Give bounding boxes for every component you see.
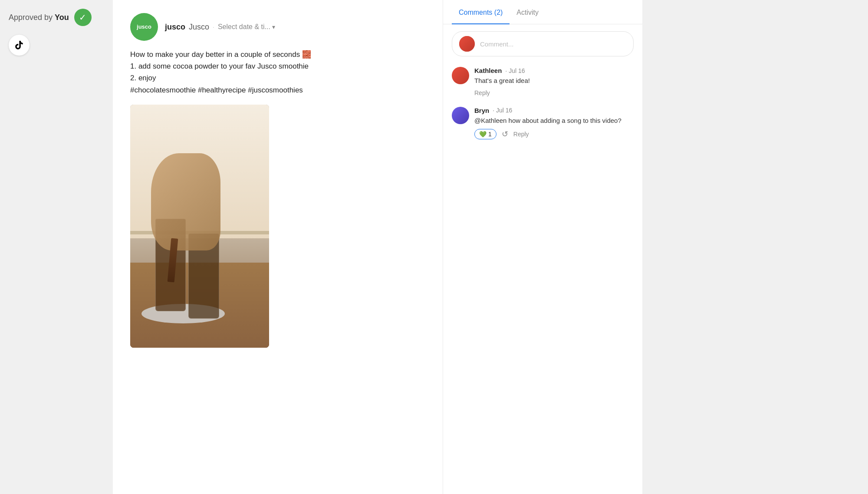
post-body-line3: 2. enjoy xyxy=(130,72,425,84)
comment-placeholder[interactable]: Comment... xyxy=(480,40,514,48)
comment-author-line-kathleen: Kathleen · Jul 16 xyxy=(474,67,634,74)
separator: · xyxy=(213,23,214,30)
current-user-avatar-img xyxy=(459,36,475,52)
sidebar: Approved by You ✓ xyxy=(0,0,113,494)
tab-comments[interactable]: Comments (2) xyxy=(452,0,510,24)
comment-date-bryn: · Jul 16 xyxy=(493,107,512,114)
post-date-selector[interactable]: Select date & ti... ▾ xyxy=(218,23,275,31)
date-selector-text: Select date & ti... xyxy=(218,23,270,31)
tiktok-svg xyxy=(14,40,24,50)
post-image xyxy=(130,105,269,348)
reply-button-bryn[interactable]: Reply xyxy=(513,131,529,138)
post-meta: jusco Jusco · Select date & ti... ▾ xyxy=(165,23,275,32)
like-icon-bryn: 💚 xyxy=(479,131,487,138)
chevron-down-icon: ▾ xyxy=(272,23,275,30)
post-header: jusco jusco Jusco · Select date & ti... … xyxy=(130,13,425,41)
approved-by-section: Approved by You ✓ xyxy=(9,9,92,26)
image-scene xyxy=(130,105,269,348)
comment-input-row[interactable]: Comment... xyxy=(452,31,634,56)
post-body-line2: 1. add some cocoa powder to your fav Jus… xyxy=(130,60,425,72)
tiktok-icon[interactable] xyxy=(9,35,30,56)
pouring-hand xyxy=(151,153,220,250)
approved-check-icon: ✓ xyxy=(74,9,92,26)
comment-thread-kathleen: Kathleen · Jul 16 That's a great idea! R… xyxy=(452,67,634,96)
comment-text-bryn: @Kathleen how about adding a song to thi… xyxy=(474,116,634,126)
comment-thread-bryn: Bryn · Jul 16 @Kathleen how about adding… xyxy=(452,107,634,140)
comment-actions-kathleen: Reply xyxy=(474,89,634,96)
comment-row-bryn: Bryn · Jul 16 @Kathleen how about adding… xyxy=(452,107,634,140)
like-count-bryn: 1 xyxy=(488,131,492,138)
approved-by-you: You xyxy=(55,13,69,22)
comment-row-kathleen: Kathleen · Jul 16 That's a great idea! R… xyxy=(452,67,634,96)
comment-content-bryn: Bryn · Jul 16 @Kathleen how about adding… xyxy=(474,107,634,140)
brand-avatar: jusco xyxy=(130,13,158,41)
emoji-react-bryn[interactable]: ↺ xyxy=(502,129,508,139)
main-post-area: jusco jusco Jusco · Select date & ti... … xyxy=(113,0,443,494)
post-body: How to make your day better in a couple … xyxy=(130,49,425,96)
like-badge-bryn[interactable]: 💚 1 xyxy=(474,129,496,139)
comment-author-line-bryn: Bryn · Jul 16 xyxy=(474,107,634,114)
comment-content-kathleen: Kathleen · Jul 16 That's a great idea! R… xyxy=(474,67,634,96)
approved-text-prefix: Approved by xyxy=(9,13,55,22)
comment-actions-bryn: 💚 1 ↺ Reply xyxy=(474,129,634,139)
post-handle: Jusco xyxy=(189,23,209,32)
current-user-avatar xyxy=(459,36,475,52)
post-username: jusco xyxy=(165,23,185,32)
post-body-hashtags: #chocolatesmoothie #healthyrecipe #jusco… xyxy=(130,84,425,96)
avatar-bryn xyxy=(452,107,469,124)
brand-avatar-text: jusco xyxy=(137,23,151,30)
comments-section: Comment... Kathleen · Jul 16 That's a gr… xyxy=(443,24,642,494)
post-body-line1: How to make your day better in a couple … xyxy=(130,49,425,60)
comment-text-kathleen: That's a great idea! xyxy=(474,76,634,86)
tab-activity[interactable]: Activity xyxy=(510,0,546,24)
approved-by-label: Approved by You xyxy=(9,13,69,22)
right-panel: Comments (2) Activity Comment... Kathlee… xyxy=(443,0,642,494)
avatar-kathleen xyxy=(452,67,469,84)
reply-button-kathleen[interactable]: Reply xyxy=(474,89,490,96)
comment-author-bryn: Bryn xyxy=(474,107,489,114)
tabs-header: Comments (2) Activity xyxy=(443,0,642,24)
comment-author-kathleen: Kathleen xyxy=(474,67,502,74)
comment-date-kathleen: · Jul 16 xyxy=(505,67,525,74)
